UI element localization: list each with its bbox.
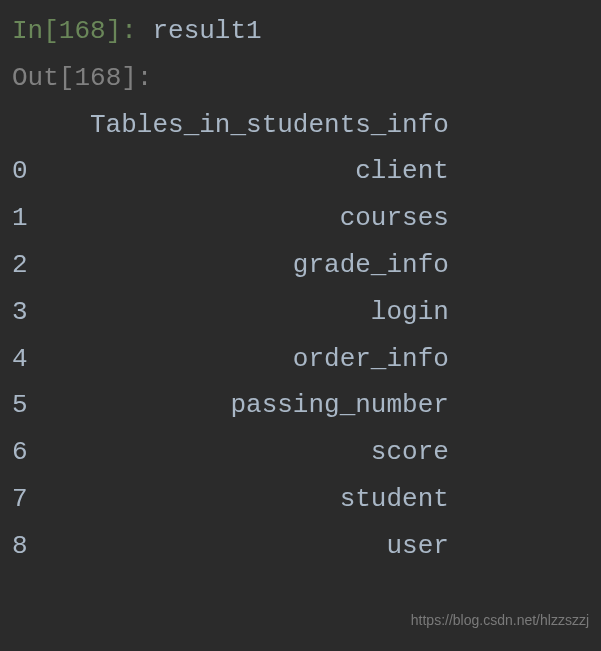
table-row: 7 student bbox=[12, 476, 589, 523]
table-row: 5 passing_number bbox=[12, 382, 589, 429]
in-prompt-prefix: In[ bbox=[12, 16, 59, 46]
input-line: In[168]: result1 bbox=[12, 8, 589, 55]
in-exec-count: 168 bbox=[59, 16, 106, 46]
out-prompt-suffix: ]: bbox=[121, 63, 152, 93]
out-exec-count: 168 bbox=[74, 63, 121, 93]
out-prompt-prefix: Out[ bbox=[12, 63, 74, 93]
table-row: 2 grade_info bbox=[12, 242, 589, 289]
table-header-row: Tables_in_students_info bbox=[12, 102, 589, 149]
table-row: 8 user bbox=[12, 523, 589, 570]
table-row: 3 login bbox=[12, 289, 589, 336]
table-row: 4 order_info bbox=[12, 336, 589, 383]
watermark-text: https://blog.csdn.net/hlzzszzj bbox=[411, 608, 589, 633]
table-row: 0 client bbox=[12, 148, 589, 195]
output-prompt-line: Out[168]: bbox=[12, 55, 589, 102]
table-row: 1 courses bbox=[12, 195, 589, 242]
in-prompt-suffix: ]: bbox=[106, 16, 153, 46]
table-row: 6 score bbox=[12, 429, 589, 476]
dataframe-output: Tables_in_students_info 0 client1 course… bbox=[12, 102, 589, 570]
input-code: result1 bbox=[152, 16, 261, 46]
